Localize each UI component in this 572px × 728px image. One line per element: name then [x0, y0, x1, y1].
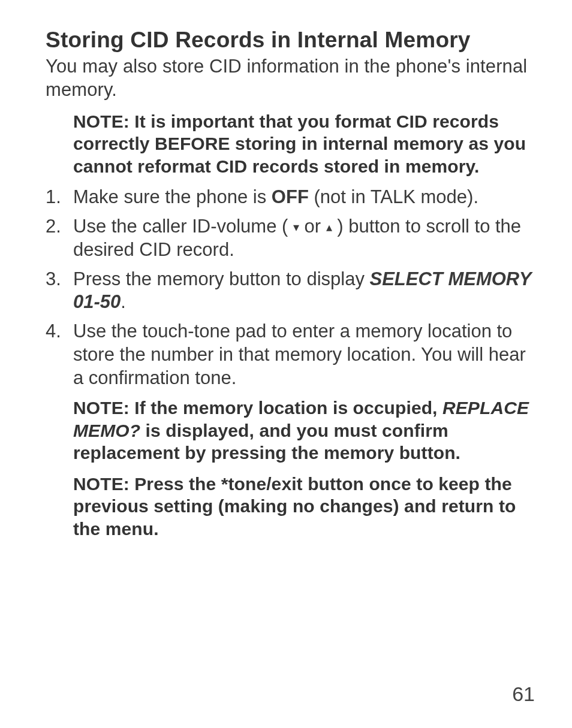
text-fragment: NOTE: If the memory location is occupied…	[73, 398, 442, 418]
instruction-list: 1. Make sure the phone is OFF (not in TA…	[46, 186, 536, 389]
note-replace-memo: NOTE: If the memory location is occupied…	[46, 397, 536, 464]
list-number: 1.	[46, 186, 61, 209]
text-fragment: (not in TALK mode).	[309, 186, 478, 207]
document-page: Storing CID Records in Internal Memory Y…	[0, 0, 572, 728]
list-text: Make sure the phone is OFF (not in TALK …	[73, 186, 478, 207]
section-heading: Storing CID Records in Internal Memory	[46, 26, 536, 54]
list-text: Press the memory button to display SELEC…	[73, 268, 531, 313]
triangle-up-icon: ▴	[326, 220, 332, 234]
list-item: 1. Make sure the phone is OFF (not in TA…	[46, 186, 536, 209]
text-fragment: Use the caller ID-volume (	[73, 216, 293, 237]
note-format-cid: NOTE: It is important that you format CI…	[46, 110, 536, 178]
text-fragment: or	[299, 216, 326, 237]
list-text: Use the caller ID-volume ( ▾ or ▴ ) butt…	[73, 216, 521, 260]
text-fragment: .	[121, 291, 126, 312]
intro-paragraph: You may also store CID information in th…	[46, 55, 536, 102]
triangle-down-icon: ▾	[293, 220, 299, 234]
list-item: 2. Use the caller ID-volume ( ▾ or ▴ ) b…	[46, 215, 536, 262]
list-number: 4.	[46, 320, 61, 343]
note-tone-exit: NOTE: Press the *tone/exit button once t…	[46, 473, 536, 540]
text-fragment: Press the memory button to display	[73, 268, 370, 289]
list-number: 3.	[46, 268, 61, 291]
text-fragment: Make sure the phone is	[73, 186, 272, 207]
list-item: 3. Press the memory button to display SE…	[46, 268, 536, 315]
page-number: 61	[512, 681, 535, 707]
list-number: 2.	[46, 215, 61, 238]
bold-off: OFF	[272, 186, 309, 207]
list-text: Use the touch-tone pad to enter a memory…	[73, 321, 526, 388]
list-item: 4. Use the touch-tone pad to enter a mem…	[46, 320, 536, 389]
